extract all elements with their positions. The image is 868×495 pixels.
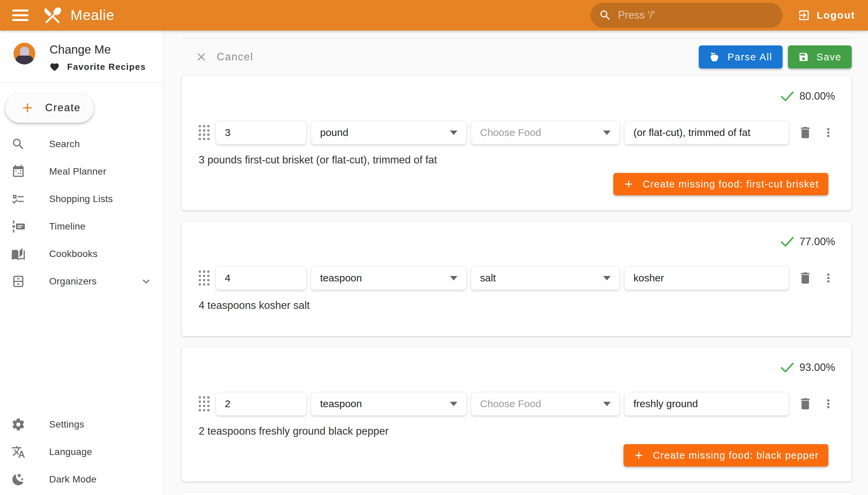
plus-icon [623, 178, 634, 190]
drag-handle-icon[interactable] [199, 125, 209, 140]
logout-icon [798, 9, 810, 22]
heart-icon [50, 62, 60, 72]
confidence-value: 77.00% [800, 236, 835, 248]
note-input[interactable] [624, 121, 789, 144]
sidebar-bottom-nav: Settings Language Dark Mode [0, 411, 163, 495]
sidebar-item-label: Organizers [49, 276, 97, 287]
delete-icon[interactable] [798, 125, 813, 140]
unit-value: teaspoon [320, 398, 362, 410]
sidebar-item-label: Dark Mode [49, 474, 97, 485]
food-value: salt [480, 272, 496, 284]
note-input[interactable] [624, 266, 789, 290]
unit-value: pound [320, 127, 348, 138]
avatar [14, 43, 35, 64]
parse-all-button[interactable]: Parse All [699, 46, 782, 68]
food-select[interactable]: Choose Food [471, 121, 620, 144]
moon-icon [11, 472, 25, 487]
unit-select[interactable]: teaspoon [311, 392, 466, 416]
dropdown-caret-icon [450, 402, 457, 406]
ingredient-card: 93.00% teaspoon Choose Food 2 teaspoons … [182, 347, 852, 482]
create-missing-food-button[interactable]: Create missing food: black pepper [624, 444, 828, 466]
sidebar-item-label: Search [49, 139, 80, 150]
kebab-menu-icon[interactable] [821, 126, 835, 139]
cancel-button[interactable]: Cancel [195, 51, 254, 63]
sidebar-item-timeline[interactable]: Timeline [0, 212, 163, 240]
gear-icon [11, 417, 25, 432]
sidebar-item-label: Settings [49, 419, 84, 430]
check-icon [781, 362, 794, 373]
sidebar-item-language[interactable]: Language [0, 438, 163, 465]
create-missing-food-button[interactable]: Create missing food: first-cut brisket [613, 173, 828, 195]
sidebar-item-meal-planner[interactable]: Meal Planner [0, 158, 163, 185]
ingredient-card-partial [182, 492, 852, 495]
logout-label: Logout [816, 10, 855, 21]
cancel-label: Cancel [217, 51, 254, 63]
quantity-input[interactable] [216, 392, 307, 416]
sidebar-item-label: Cookbooks [49, 249, 98, 259]
hamburger-menu-icon[interactable] [12, 10, 29, 21]
user-name: Change Me [50, 43, 146, 56]
drag-handle-icon[interactable] [199, 271, 209, 286]
original-ingredient-text: 3 pounds first-cut brisket (or flat-cut)… [199, 154, 835, 166]
original-ingredient-text: 2 teaspoons freshly ground black pepper [199, 425, 835, 437]
note-input[interactable] [624, 392, 789, 416]
create-missing-food-label: Create missing food: black pepper [653, 450, 819, 461]
delete-icon[interactable] [798, 396, 813, 411]
kebab-menu-icon[interactable] [821, 397, 835, 411]
sidebar-item-settings[interactable]: Settings [0, 411, 163, 438]
save-button[interactable]: Save [788, 46, 852, 68]
sidebar-item-label: Language [49, 446, 92, 457]
check-icon [781, 236, 794, 248]
sidebar-item-label: Shopping Lists [49, 193, 113, 204]
delete-icon[interactable] [798, 271, 813, 286]
sidebar-item-label: Meal Planner [49, 166, 106, 177]
favorite-recipes-link[interactable]: Favorite Recipes [50, 62, 146, 72]
quantity-input[interactable] [216, 121, 307, 144]
search-input[interactable] [618, 9, 775, 21]
chevron-down-icon[interactable] [139, 275, 153, 288]
open-book-icon [11, 247, 25, 261]
sidebar-nav: Search Meal Planner Shopping Lists Timel… [0, 130, 163, 295]
sidebar-item-shopping-lists[interactable]: Shopping Lists [0, 185, 163, 212]
search-icon [11, 137, 25, 151]
food-select[interactable]: salt [471, 266, 620, 290]
food-select[interactable]: Choose Food [471, 392, 620, 416]
calendar-icon [11, 165, 25, 179]
sidebar-item-search[interactable]: Search [0, 130, 163, 158]
confidence-value: 93.00% [800, 361, 835, 374]
sidebar-item-cookbooks[interactable]: Cookbooks [0, 240, 163, 268]
unit-select[interactable]: teaspoon [311, 266, 466, 290]
original-ingredient-text: 4 teaspoons kosher salt [199, 300, 835, 311]
app-title: Mealie [70, 7, 115, 23]
plus-icon [20, 100, 35, 115]
cabinet-icon [11, 274, 25, 289]
dropdown-caret-icon [603, 276, 611, 280]
user-block[interactable]: Change Me Favorite Recipes [0, 31, 163, 72]
checklist-icon [11, 192, 25, 206]
logout-button[interactable]: Logout [798, 9, 855, 22]
sidebar: Change Me Favorite Recipes Create Search… [0, 31, 164, 495]
global-search[interactable] [591, 3, 783, 28]
ingredient-card: 80.00% pound Choose Food 3 pounds first-… [182, 75, 852, 210]
app-root: Mealie Logout Change Me Favorite Recipes [0, 0, 868, 495]
sidebar-item-organizers[interactable]: Organizers [0, 268, 163, 295]
parser-toolbar: Cancel Parse All Save [182, 38, 852, 75]
dropdown-caret-icon [603, 402, 611, 406]
translate-icon [11, 445, 25, 459]
sidebar-divider [0, 82, 163, 83]
search-icon [599, 9, 612, 22]
kebab-menu-icon[interactable] [821, 271, 835, 285]
parse-all-label: Parse All [727, 52, 772, 63]
save-icon [798, 52, 809, 62]
drag-handle-icon[interactable] [199, 396, 209, 411]
quantity-input[interactable] [216, 266, 307, 290]
dropdown-caret-icon [603, 131, 611, 135]
close-icon [195, 51, 208, 63]
unit-select[interactable]: pound [311, 121, 466, 144]
confidence-value: 80.00% [800, 90, 835, 102]
save-label: Save [816, 52, 841, 63]
sidebar-item-dark-mode[interactable]: Dark Mode [0, 465, 163, 493]
sidebar-item-label: Timeline [49, 221, 85, 232]
create-button[interactable]: Create [5, 93, 94, 123]
food-value: Choose Food [480, 398, 541, 410]
